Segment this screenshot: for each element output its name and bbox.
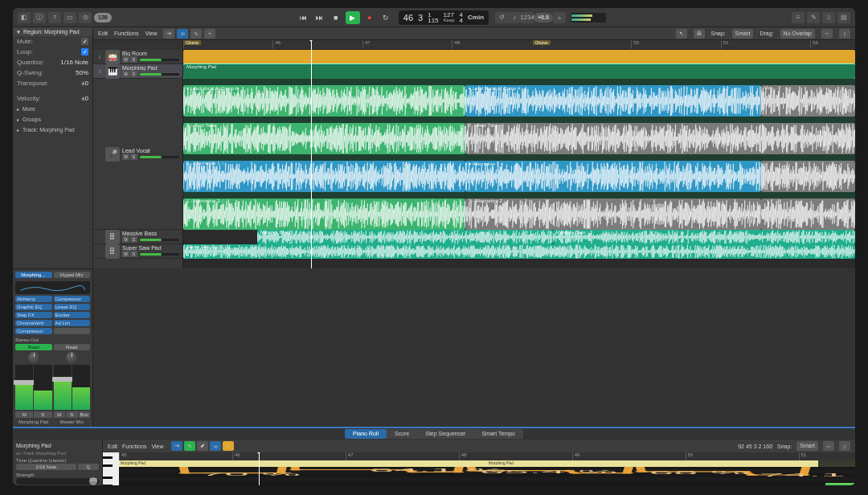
inspector-toggle-icon[interactable]: ⓘ xyxy=(33,12,46,23)
mute-button[interactable]: M xyxy=(54,411,66,418)
solo-button[interactable]: S xyxy=(130,56,137,63)
region[interactable] xyxy=(761,161,855,192)
mode-badge[interactable]: +0.0 xyxy=(534,13,553,22)
mute-button[interactable]: M xyxy=(122,153,129,160)
loop-checkbox[interactable] xyxy=(81,48,88,55)
region[interactable]: 2 - Alternative 1 ○ xyxy=(183,161,465,192)
strip-tab-track[interactable]: Morphing… xyxy=(15,272,52,278)
mute-button[interactable]: M xyxy=(122,251,129,257)
arrangement-marker[interactable]: Chorus xyxy=(533,40,551,45)
midi-in-icon[interactable]: ⬋ xyxy=(197,441,208,451)
pointer-tool-icon[interactable]: ↖ xyxy=(676,29,687,39)
playhead[interactable] xyxy=(311,40,312,268)
tracks-area[interactable]: 4546474849505152ChorusChorus Morphing Pa… xyxy=(183,40,855,268)
piano-keyboard[interactable] xyxy=(103,452,119,485)
bar-ruler[interactable]: 4546474849505152ChorusChorus xyxy=(183,40,855,50)
track-header[interactable]: 3 🎹 Morphing Pad MS xyxy=(93,64,182,79)
snap-select[interactable]: Smart xyxy=(732,29,754,39)
eq-thumbnail[interactable] xyxy=(15,281,90,294)
pan-knob[interactable] xyxy=(66,352,77,363)
zoom-v-icon[interactable]: ↕ xyxy=(839,29,850,39)
arrangement-marker[interactable]: Chorus xyxy=(183,40,201,45)
region[interactable]: Super Saw Pad ○ xyxy=(183,244,855,259)
bounce-button[interactable]: Bnc xyxy=(79,411,91,418)
pr-functions-menu[interactable]: Functions xyxy=(122,444,146,449)
loops-icon[interactable]: ♫ xyxy=(822,12,835,23)
automation-mode-read[interactable]: Read xyxy=(15,344,52,350)
region[interactable]: Morphing Pad xyxy=(183,64,855,79)
record-button[interactable]: ● xyxy=(363,12,376,23)
arrange-functions-menu[interactable]: Functions xyxy=(114,31,138,36)
velocity-value[interactable]: ±0 xyxy=(81,95,88,102)
pr-bar-ruler[interactable]: 45464748495051 xyxy=(119,452,855,460)
insert-slot-empty[interactable] xyxy=(54,328,91,334)
insert-slot[interactable]: Linear EQ xyxy=(54,304,91,310)
mute-button[interactable]: M xyxy=(15,411,33,418)
replace-icon[interactable]: ↺ xyxy=(495,12,508,23)
insert-slot[interactable]: Step FX xyxy=(15,312,52,318)
region[interactable]: ▾ Lead Vocal A: Comp A xyxy=(183,85,465,117)
automation-mode-read[interactable]: Read xyxy=(54,344,91,350)
quantize-value[interactable]: 1/16 Note xyxy=(60,59,88,66)
solo-button[interactable]: S xyxy=(130,251,137,257)
zoom-h-icon[interactable]: ↔ xyxy=(823,441,834,451)
transpose-value[interactable]: ±0 xyxy=(81,80,88,87)
qswing-value[interactable]: 50% xyxy=(76,69,88,76)
browser-icon[interactable]: ▤ xyxy=(837,12,850,23)
pr-region-indicator[interactable]: Morphing Pad xyxy=(119,460,487,467)
automation-toggle-icon[interactable]: ∿ xyxy=(184,441,195,451)
play-button[interactable]: ▶ xyxy=(346,11,360,24)
region[interactable]: ▾ Lead Vocal A: Comp A xyxy=(465,85,761,117)
insert-slot[interactable]: Exciter xyxy=(54,312,91,318)
notes-icon[interactable]: ✎ xyxy=(807,12,820,23)
stop-button[interactable]: ■ xyxy=(330,12,342,23)
count-in-icon[interactable]: 1234 xyxy=(521,12,534,23)
region[interactable]: 1 - Alternative 2 ○ xyxy=(465,198,761,230)
flex-icon[interactable]: ⌁ xyxy=(204,29,215,39)
marquee-tool-icon[interactable]: ⊞ xyxy=(694,29,705,39)
inspector-title[interactable]: Region: Morphing Pad xyxy=(13,27,92,36)
region[interactable] xyxy=(183,50,855,64)
rewind-button[interactable]: ⏮ xyxy=(297,12,310,23)
strip-tab-output[interactable]: Hyped Mix xyxy=(54,272,91,278)
region[interactable]: Voc… xyxy=(761,85,855,117)
arrange-view-menu[interactable]: View xyxy=(145,31,157,36)
library-toggle-icon[interactable]: ◧ xyxy=(18,12,31,23)
volume-slider[interactable] xyxy=(140,59,179,61)
insert-slot[interactable]: Compressor xyxy=(15,328,52,334)
region[interactable] xyxy=(761,198,855,230)
mute-checkbox[interactable] xyxy=(81,38,88,45)
toolbar-toggle-icon[interactable]: ▭ xyxy=(63,12,76,23)
track-header[interactable]: 🎤 Lead Vocal MS xyxy=(93,79,182,230)
volume-fader[interactable] xyxy=(54,365,72,410)
tuner-icon[interactable]: ♪ xyxy=(508,12,521,23)
lcd-display[interactable]: 46 3 1115 127Keep 44 Cmin xyxy=(399,10,489,25)
midi-out-icon[interactable]: ♪ xyxy=(223,441,234,451)
pan-knob[interactable] xyxy=(28,352,39,363)
insert-slot[interactable]: Ad Lim xyxy=(54,320,91,326)
link-icon[interactable]: ∞ xyxy=(177,29,188,39)
instrument-slot[interactable]: Alchemy xyxy=(15,296,52,302)
tab-step-sequencer[interactable]: Step Sequencer xyxy=(417,429,473,439)
volume-fader[interactable] xyxy=(15,365,33,410)
region[interactable]: Massive Bass ○ xyxy=(553,230,855,244)
tab-score[interactable]: Score xyxy=(387,429,417,439)
solo-button[interactable]: S xyxy=(34,411,51,418)
mute-button[interactable]: M xyxy=(122,236,129,243)
playhead[interactable] xyxy=(259,452,260,485)
insert-slot[interactable]: Compressor xyxy=(54,296,91,302)
metronome-icon[interactable]: ▵ xyxy=(553,12,566,23)
smart-controls-icon[interactable]: ◎ xyxy=(79,12,92,23)
more-disclosure[interactable]: More xyxy=(13,104,92,114)
arrange-edit-menu[interactable]: Edit xyxy=(98,31,108,36)
track-header[interactable]: 1 🥁 Big Room MS xyxy=(93,50,182,64)
pr-snap-select[interactable]: Smart xyxy=(796,441,818,451)
region[interactable]: 1 - Alternative 2 ○ xyxy=(183,198,465,230)
quick-help-icon[interactable]: ? xyxy=(48,12,61,23)
tab-smart-tempo[interactable]: Smart Tempo xyxy=(473,429,523,439)
region[interactable]: 5 – Best Take xyxy=(465,123,855,154)
track-header[interactable]: 🎚 Massive Bass MS xyxy=(93,230,182,244)
catch-icon[interactable]: ⇥ xyxy=(171,441,182,451)
region[interactable]: 5 – Best Take xyxy=(183,123,465,154)
list-editors-icon[interactable]: ≡ xyxy=(792,12,805,23)
